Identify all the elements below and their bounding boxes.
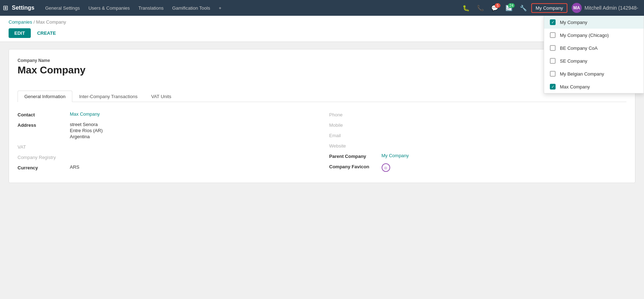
company-name-section: Company Name Max Company [18, 58, 86, 83]
registry-field: Company Registry [18, 152, 315, 162]
user-name: Mitchell Admin (142948- [585, 5, 638, 11]
contact-value[interactable]: Max Company [70, 111, 100, 117]
dropdown-item-1[interactable]: My Company (Chicago) [544, 29, 644, 42]
breadcrumb-separator: / [33, 19, 36, 25]
breadcrumb-parent[interactable]: Companies [9, 19, 32, 25]
address-region: Entre Ríos (AR) [70, 128, 103, 133]
form-left: Contact Max Company Address street Senor… [18, 109, 315, 174]
dropdown-label-1: My Company (Chicago) [560, 33, 609, 38]
company-name-value: Max Company [18, 64, 86, 76]
action-bar: EDIT CREATE 🖨 Print ⚙ Action 1 / 1 [9, 26, 635, 42]
phone-field: Phone [329, 109, 627, 120]
parent-company-field: Parent Company My Company [329, 151, 627, 161]
mobile-field: Mobile [329, 120, 627, 130]
currency-field: Currency ARS [18, 162, 315, 173]
nav-users-companies[interactable]: Users & Companies [85, 3, 134, 13]
top-navigation: ⊞ Settings General Settings Users & Comp… [0, 0, 644, 16]
dropdown-item-3[interactable]: SE Company [544, 54, 644, 67]
favicon-label: Company Favicon [329, 163, 376, 169]
phone-icon-btn[interactable]: 📞 [474, 3, 487, 14]
tab-inter-company[interactable]: Inter-Company Transactions [72, 91, 144, 102]
edit-button[interactable]: EDIT [9, 28, 31, 38]
my-company-button[interactable]: My Company [531, 3, 567, 13]
form-section: Contact Max Company Address street Senor… [18, 109, 626, 174]
parent-company-label: Parent Company [329, 153, 376, 159]
favicon-icon[interactable]: ◎ [382, 163, 390, 172]
dropdown-checkbox-1[interactable] [550, 32, 556, 38]
form-right: Phone Mobile Email Website Parent Compan… [329, 109, 627, 174]
address-label: Address [18, 122, 64, 128]
avatar-initials: MA [573, 5, 580, 10]
favicon-field: Company Favicon ◎ [329, 161, 627, 174]
company-card: Company Name Max Company A General Infor… [9, 49, 635, 183]
breadcrumb-current: Max Company [36, 19, 66, 25]
nav-general-settings[interactable]: General Settings [42, 3, 83, 13]
tab-general-information[interactable]: General Information [18, 91, 72, 102]
contact-label: Contact [18, 111, 64, 117]
website-field: Website [329, 140, 627, 151]
dropdown-label-5: Max Company [560, 84, 590, 90]
address-field: Address street Senora Entre Ríos (AR) Ar… [18, 120, 315, 141]
company-dropdown[interactable]: ✓ My Company My Company (Chicago) BE Com… [544, 16, 644, 93]
dropdown-checkbox-4[interactable] [550, 71, 556, 77]
nav-translations[interactable]: Translations [135, 3, 167, 13]
dropdown-label-4: My Belgian Company [560, 71, 604, 77]
dropdown-item-0[interactable]: ✓ My Company [544, 16, 644, 29]
dropdown-checkbox-3[interactable] [550, 58, 556, 64]
email-label: Email [329, 132, 376, 138]
user-menu[interactable]: MA Mitchell Admin (142948- [569, 1, 641, 14]
email-field: Email [329, 130, 627, 140]
dropdown-checkbox-0[interactable]: ✓ [550, 19, 556, 25]
app-title: Settings [12, 5, 34, 11]
address-value: street Senora Entre Ríos (AR) Argentina [70, 122, 103, 139]
chat-icon-btn[interactable]: 💬 5 [488, 3, 501, 14]
vat-label: VAT [18, 144, 64, 150]
nav-plus[interactable]: + [215, 3, 225, 13]
dropdown-checkbox-2[interactable] [550, 45, 556, 51]
mobile-label: Mobile [329, 122, 376, 128]
nav-gamification-tools[interactable]: Gamification Tools [169, 3, 214, 13]
company-name-label: Company Name [18, 58, 86, 63]
dropdown-label-0: My Company [560, 20, 587, 25]
update-badge: 24 [508, 3, 515, 8]
phone-label: Phone [329, 111, 376, 117]
create-button[interactable]: CREATE [34, 28, 59, 38]
registry-label: Company Registry [18, 154, 64, 160]
tab-vat-units[interactable]: VAT Units [144, 91, 178, 102]
bug-icon-btn[interactable]: 🐛 [460, 3, 473, 14]
user-avatar: MA [572, 3, 582, 13]
dropdown-item-5[interactable]: ✓ Max Company [544, 80, 644, 93]
currency-label: Currency [18, 164, 64, 170]
breadcrumb: Companies / Max Company [9, 16, 635, 26]
tabs: General Information Inter-Company Transa… [18, 90, 626, 102]
vat-field: VAT [18, 141, 315, 152]
parent-company-value[interactable]: My Company [382, 153, 409, 158]
update-icon-btn[interactable]: 🔄 24 [503, 3, 515, 14]
dropdown-label-3: SE Company [560, 58, 587, 64]
company-header: Company Name Max Company A [18, 58, 626, 90]
address-country: Argentina [70, 134, 103, 139]
currency-value: ARS [70, 164, 79, 170]
grid-icon[interactable]: ⊞ [3, 4, 8, 12]
website-label: Website [329, 143, 376, 149]
chat-badge: 5 [495, 3, 500, 8]
dropdown-item-4[interactable]: My Belgian Company [544, 67, 644, 80]
address-street: street Senora [70, 122, 103, 127]
dropdown-label-2: BE Company CoA [560, 45, 598, 51]
wrench-icon-btn[interactable]: 🔧 [517, 3, 530, 14]
contact-field: Contact Max Company [18, 109, 315, 120]
dropdown-item-2[interactable]: BE Company CoA [544, 42, 644, 54]
dropdown-checkbox-5[interactable]: ✓ [550, 84, 556, 90]
